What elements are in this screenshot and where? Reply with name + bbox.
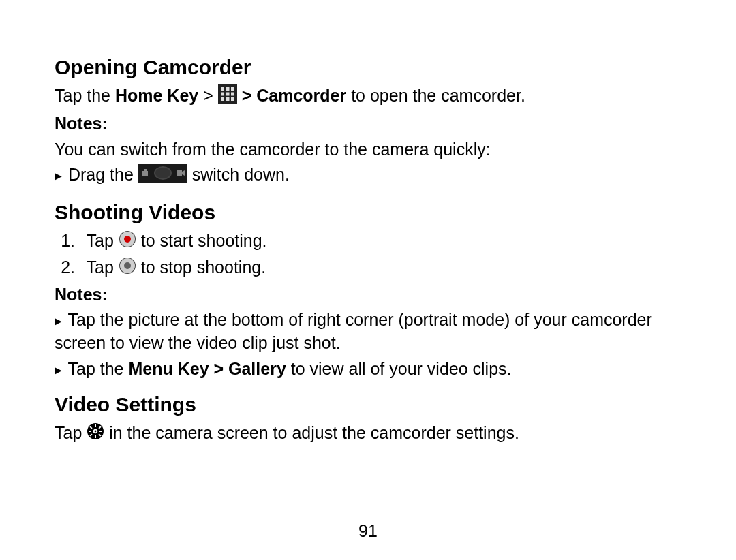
- text-part: Tap: [87, 231, 119, 250]
- notes-label: Notes:: [55, 283, 681, 307]
- svg-rect-26: [95, 435, 96, 438]
- notes-label: Notes:: [55, 112, 681, 136]
- svg-rect-4: [221, 93, 224, 96]
- svg-rect-6: [231, 93, 234, 96]
- home-key-label: Home Key: [115, 86, 198, 105]
- text-part: to stop shooting.: [141, 258, 266, 277]
- step-number: 1.: [55, 230, 75, 253]
- svg-rect-8: [226, 97, 229, 101]
- svg-point-19: [124, 236, 131, 243]
- svg-point-33: [95, 430, 97, 432]
- text-part: in the camera screen to adjust the camco…: [109, 423, 519, 442]
- text-part: Tap the picture at the bottom of right c…: [55, 310, 652, 352]
- settings-instruction: Tap: [55, 422, 681, 446]
- svg-rect-25: [95, 424, 96, 427]
- text-part: switch down.: [192, 165, 290, 184]
- bullet-icon: ▶: [55, 315, 62, 326]
- text-part: Drag the: [63, 165, 138, 184]
- svg-rect-1: [221, 87, 224, 91]
- text-part: Tap the: [55, 86, 115, 105]
- section-opening-camcorder: Opening Camcorder Tap the Home Key > >: [55, 56, 681, 189]
- svg-point-22: [124, 262, 131, 269]
- text-part: to start shooting.: [141, 231, 267, 250]
- svg-rect-9: [231, 97, 234, 101]
- record-start-icon: [119, 230, 136, 254]
- text-part: Tap: [55, 423, 87, 442]
- svg-rect-3: [231, 87, 234, 91]
- text-part: Tap the: [63, 359, 128, 378]
- step-1: 1. Tap to start shooting.: [55, 230, 681, 254]
- note-bullet-1: ▶ Tap the picture at the bottom of right…: [55, 309, 681, 355]
- svg-rect-27: [89, 431, 91, 432]
- menu-key-gallery-label: Menu Key > Gallery: [128, 359, 286, 378]
- bullet-icon: ▶: [55, 364, 62, 375]
- apps-grid-icon: [218, 84, 237, 110]
- notes-intro: You can switch from the camcorder to the…: [55, 138, 681, 161]
- text-part: to open the camcorder.: [346, 86, 525, 105]
- svg-rect-15: [177, 170, 182, 176]
- note-bullet-2: ▶ Tap the Menu Key > Gallery to view all…: [55, 358, 681, 381]
- svg-rect-28: [99, 431, 102, 432]
- svg-rect-12: [144, 169, 147, 171]
- camcorder-label: > Camcorder: [242, 86, 347, 105]
- heading-video-settings: Video Settings: [55, 393, 681, 416]
- text-part: to view all of your video clips.: [286, 359, 512, 378]
- page-number: 91: [0, 521, 736, 541]
- step-number: 2.: [55, 256, 75, 279]
- svg-rect-11: [142, 171, 148, 176]
- record-stop-icon: [119, 257, 136, 281]
- section-shooting-videos: Shooting Videos 1. Tap to start shooting…: [55, 201, 681, 381]
- settings-gear-icon: [87, 422, 104, 446]
- manual-page: Opening Camcorder Tap the Home Key > >: [0, 0, 736, 560]
- svg-rect-7: [221, 97, 224, 101]
- camera-video-switch-icon: [138, 164, 187, 189]
- bullet-icon: ▶: [55, 170, 62, 181]
- open-instruction: Tap the Home Key > > Camcorder to open t…: [55, 84, 681, 110]
- svg-rect-5: [226, 93, 229, 96]
- heading-opening-camcorder: Opening Camcorder: [55, 56, 681, 79]
- text-part: Tap: [87, 258, 119, 277]
- step-2: 2. Tap to stop shooting.: [55, 256, 681, 281]
- svg-point-14: [155, 168, 170, 178]
- heading-shooting-videos: Shooting Videos: [55, 201, 681, 224]
- text-part: >: [198, 86, 218, 105]
- bullet-drag-switch: ▶ Drag the switch down.: [55, 164, 681, 189]
- svg-rect-2: [226, 87, 229, 91]
- section-video-settings: Video Settings Tap: [55, 393, 681, 446]
